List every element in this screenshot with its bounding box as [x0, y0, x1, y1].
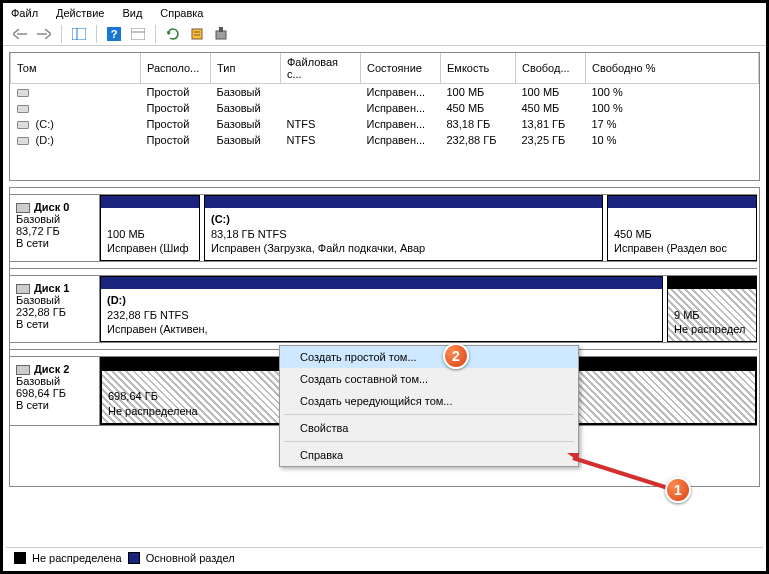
menu-properties[interactable]: Свойства [280, 417, 578, 439]
properties-icon[interactable] [188, 25, 206, 43]
volume-icon [17, 105, 29, 113]
menu-divider [284, 441, 574, 442]
annotation-arrow [558, 453, 678, 503]
partition-header [668, 277, 756, 289]
volume-icon [17, 137, 29, 145]
context-menu: Создать простой том... Создать составной… [279, 345, 579, 467]
svg-line-11 [573, 458, 668, 488]
menu-create-spanned-volume[interactable]: Создать составной том... [280, 368, 578, 390]
refresh-icon[interactable] [164, 25, 182, 43]
menu-divider [284, 414, 574, 415]
svg-rect-9 [216, 31, 226, 39]
menu-action[interactable]: Действие [56, 7, 104, 19]
panel-icon[interactable] [70, 25, 88, 43]
svg-text:?: ? [111, 28, 118, 40]
menu-create-simple-volume[interactable]: Создать простой том... [280, 346, 578, 368]
col-type[interactable]: Тип [211, 53, 281, 84]
table-row[interactable]: (D:)ПростойБазовыйNTFSИсправен...232,88 … [11, 132, 759, 148]
svg-rect-0 [72, 28, 86, 40]
col-filesystem[interactable]: Файловая с... [281, 53, 361, 84]
back-icon[interactable] [11, 25, 29, 43]
menu-file[interactable]: Файл [11, 7, 38, 19]
legend-label: Основной раздел [146, 552, 235, 564]
disk-info[interactable]: Диск 0 Базовый 83,72 ГБ В сети [10, 195, 100, 261]
menubar: Файл Действие Вид Справка [3, 3, 766, 23]
partition-header [205, 196, 602, 208]
legend-swatch-unallocated [14, 552, 26, 564]
partition-header [608, 196, 756, 208]
table-row[interactable]: (C:)ПростойБазовыйNTFSИсправен...83,18 Г… [11, 116, 759, 132]
col-free[interactable]: Свобод... [516, 53, 586, 84]
disk-icon [16, 203, 30, 213]
annotation-badge-1: 1 [665, 477, 691, 503]
toolbar: ? [3, 23, 766, 46]
forward-icon[interactable] [35, 25, 53, 43]
menu-create-striped-volume[interactable]: Создать чередующийся том... [280, 390, 578, 412]
annotation-badge-2: 2 [443, 343, 469, 369]
partition-header [101, 196, 199, 208]
table-header-row: Том Располо... Тип Файловая с... Состоян… [11, 53, 759, 84]
volume-icon [17, 89, 29, 97]
disk-icon [16, 365, 30, 375]
menu-view[interactable]: Вид [122, 7, 142, 19]
disk-row-0: Диск 0 Базовый 83,72 ГБ В сети 100 МБИсп… [10, 194, 757, 262]
table-row[interactable]: ПростойБазовыйИсправен...450 МБ450 МБ100… [11, 100, 759, 116]
layout-icon[interactable] [129, 25, 147, 43]
partition[interactable]: 450 МБИсправен (Раздел вос [607, 195, 757, 261]
disk-info[interactable]: Диск 2 Базовый 698,64 ГБ В сети [10, 357, 100, 425]
partition[interactable]: 100 МБИсправен (Шиф [100, 195, 200, 261]
col-layout[interactable]: Располо... [141, 53, 211, 84]
disk-row-1: Диск 1 Базовый 232,88 ГБ В сети (D:)232,… [10, 275, 757, 343]
col-freepct[interactable]: Свободно % [586, 53, 759, 84]
help-icon[interactable]: ? [105, 25, 123, 43]
col-volume[interactable]: Том [11, 53, 141, 84]
partition[interactable]: (C:)83,18 ГБ NTFSИсправен (Загрузка, Фай… [204, 195, 603, 261]
svg-rect-10 [219, 27, 223, 32]
col-capacity[interactable]: Емкость [441, 53, 516, 84]
partition[interactable]: (D:)232,88 ГБ NTFSИсправен (Активен, [100, 276, 663, 342]
col-status[interactable]: Состояние [361, 53, 441, 84]
legend: Не распределена Основной раздел [6, 547, 763, 568]
menu-help[interactable]: Справка [280, 444, 578, 466]
partition-unallocated[interactable]: 9 МБНе распредел [667, 276, 757, 342]
svg-rect-4 [131, 28, 145, 40]
disk-info[interactable]: Диск 1 Базовый 232,88 ГБ В сети [10, 276, 100, 342]
partition-header [101, 277, 662, 289]
legend-swatch-primary [128, 552, 140, 564]
svg-rect-6 [192, 29, 202, 39]
menu-help[interactable]: Справка [160, 7, 203, 19]
volume-icon [17, 121, 29, 129]
volume-table: Том Располо... Тип Файловая с... Состоян… [9, 52, 760, 181]
table-row[interactable]: ПростойБазовыйИсправен...100 МБ100 МБ100… [11, 84, 759, 101]
disk-icon [16, 284, 30, 294]
legend-label: Не распределена [32, 552, 122, 564]
settings-icon[interactable] [212, 25, 230, 43]
